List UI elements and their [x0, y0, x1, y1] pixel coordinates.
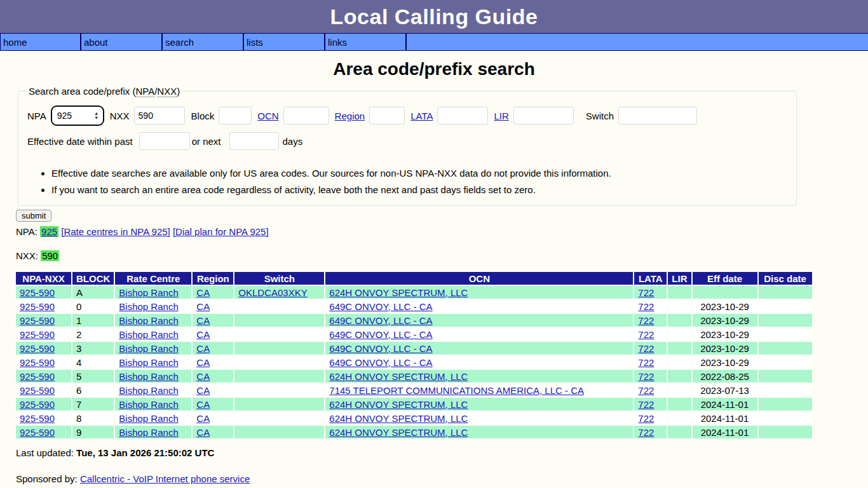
ocn-link[interactable]: 624H ONVOY SPECTRUM, LLC — [329, 399, 468, 410]
stepper-down-icon[interactable]: ▼ — [94, 116, 99, 120]
region-link[interactable]: CA — [196, 343, 210, 354]
npa-nxx-link[interactable]: 925-590 — [20, 329, 55, 340]
lata-link[interactable]: 722 — [638, 371, 654, 382]
npa-code-link[interactable]: 925 — [40, 226, 58, 237]
region-link[interactable]: CA — [196, 287, 210, 298]
lata-link[interactable]: 722 — [638, 399, 654, 410]
lata-link[interactable]: 722 — [638, 287, 654, 298]
cell-ocn: 649C ONVOY, LLC - CA — [325, 314, 633, 327]
nav-item-search[interactable]: search — [163, 34, 244, 50]
results-table-body: 925-590ABishop RanchCAOKLDCA03XKY624H ON… — [16, 286, 812, 438]
block-label: Block — [191, 111, 215, 121]
npa-nxx-link[interactable]: 925-590 — [20, 413, 55, 424]
ocn-link[interactable]: 649C ONVOY, LLC - CA — [329, 315, 432, 326]
rate-centres-link[interactable]: [Rate centres in NPA 925] — [61, 226, 170, 237]
npa-label: NPA — [27, 111, 46, 121]
lata-link[interactable]: 722 — [638, 301, 654, 312]
npa-nxx-link[interactable]: 925-590 — [20, 371, 55, 382]
npa-nxx-link[interactable]: 925-590 — [20, 357, 55, 368]
npa-stepper[interactable]: ▲▼ — [94, 111, 99, 120]
ocn-link[interactable]: 624H ONVOY SPECTRUM, LLC — [329, 287, 468, 298]
npa-nxx-link[interactable]: 925-590 — [20, 399, 55, 410]
cell-disc-date — [759, 300, 812, 313]
lata-link[interactable]: LATA — [410, 111, 433, 121]
ocn-link[interactable]: 624H ONVOY SPECTRUM, LLC — [329, 413, 468, 424]
cell-rate-centre: Bishop Ranch — [115, 370, 191, 383]
lata-link[interactable]: 722 — [638, 413, 654, 424]
nxx-input[interactable] — [134, 107, 185, 125]
submit-button[interactable]: submit — [16, 210, 51, 222]
table-row: 925-5901Bishop RanchCA649C ONVOY, LLC - … — [16, 314, 812, 327]
ocn-link[interactable]: 624H ONVOY SPECTRUM, LLC — [329, 427, 468, 438]
region-link[interactable]: CA — [196, 315, 210, 326]
region-input[interactable] — [369, 107, 405, 125]
region-link[interactable]: Region — [335, 111, 365, 121]
lata-input[interactable] — [437, 107, 488, 125]
region-link[interactable]: CA — [196, 357, 210, 368]
region-link[interactable]: CA — [196, 371, 210, 382]
nav-item-about[interactable]: about — [81, 34, 163, 50]
cell-lir — [668, 328, 691, 341]
nav-item-links[interactable]: links — [325, 34, 407, 50]
sponsor-link[interactable]: Callcentric - VoIP Internet phone servic… — [80, 473, 250, 484]
rate-centre-link[interactable]: Bishop Ranch — [119, 329, 178, 340]
ocn-link[interactable]: 649C ONVOY, LLC - CA — [329, 343, 432, 354]
region-link[interactable]: CA — [196, 301, 210, 312]
ocn-link[interactable]: 649C ONVOY, LLC - CA — [329, 329, 432, 340]
rate-centre-link[interactable]: Bishop Ranch — [119, 371, 178, 382]
rate-centre-link[interactable]: Bishop Ranch — [119, 315, 178, 326]
cell-eff-date: 2023-10-29 — [693, 314, 757, 327]
rate-centre-link[interactable]: Bishop Ranch — [119, 413, 178, 424]
ocn-link[interactable]: 624H ONVOY SPECTRUM, LLC — [329, 371, 468, 382]
region-link[interactable]: CA — [196, 413, 210, 424]
rate-centre-link[interactable]: Bishop Ranch — [119, 343, 178, 354]
npa-nxx-link[interactable]: 925-590 — [20, 385, 55, 396]
table-row: 925-5903Bishop RanchCA649C ONVOY, LLC - … — [16, 342, 812, 355]
rate-centre-link[interactable]: Bishop Ranch — [119, 399, 178, 410]
dial-plan-link[interactable]: [Dial plan for NPA 925] — [173, 226, 269, 237]
region-link[interactable]: CA — [196, 427, 210, 438]
rate-centre-link[interactable]: Bishop Ranch — [119, 287, 178, 298]
npa-nxx-link[interactable]: 925-590 — [20, 315, 55, 326]
results-table: NPA-NXX BLOCK Rate Centre Region Switch … — [15, 271, 813, 440]
npa-nxx-link[interactable]: 925-590 — [20, 427, 55, 438]
lata-link[interactable]: 722 — [638, 329, 654, 340]
lata-link[interactable]: 722 — [638, 385, 654, 396]
rate-centre-link[interactable]: Bishop Ranch — [119, 357, 178, 368]
cell-npa-nxx: 925-590 — [16, 300, 71, 313]
cell-lata: 722 — [634, 356, 667, 369]
lata-link[interactable]: 722 — [638, 427, 654, 438]
lata-link[interactable]: 722 — [638, 343, 654, 354]
next-days-input[interactable] — [229, 132, 279, 150]
rate-centre-link[interactable]: Bishop Ranch — [119, 385, 178, 396]
ocn-input[interactable] — [283, 107, 329, 125]
switch-input[interactable] — [618, 107, 697, 125]
ocn-link[interactable]: 649C ONVOY, LLC - CA — [329, 301, 432, 312]
lata-link[interactable]: 722 — [638, 315, 654, 326]
cell-eff-date: 2023-10-29 — [693, 328, 757, 341]
nav-item-home[interactable]: home — [0, 34, 81, 50]
lata-link[interactable]: 722 — [638, 357, 654, 368]
rate-centre-link[interactable]: Bishop Ranch — [119, 301, 178, 312]
cell-rate-centre: Bishop Ranch — [115, 342, 191, 355]
nav-item-lists[interactable]: lists — [244, 34, 325, 50]
npa-nxx-link[interactable]: 925-590 — [20, 343, 55, 354]
block-input[interactable] — [219, 107, 252, 125]
cell-lata: 722 — [634, 384, 667, 396]
nxx-abbr: NXX — [157, 86, 177, 97]
ocn-link[interactable]: 7145 TELEPORT COMMUNICATIONS AMERICA, LL… — [329, 385, 584, 396]
cell-npa-nxx: 925-590 — [16, 412, 71, 424]
npa-nxx-link[interactable]: 925-590 — [20, 301, 55, 312]
lir-link[interactable]: LIR — [494, 111, 508, 121]
rate-centre-link[interactable]: Bishop Ranch — [119, 427, 178, 438]
region-link[interactable]: CA — [196, 329, 210, 340]
region-link[interactable]: CA — [196, 385, 210, 396]
switch-link[interactable]: OKLDCA03XKY — [238, 287, 307, 298]
lir-input[interactable] — [513, 107, 574, 125]
npa-nxx-link[interactable]: 925-590 — [20, 287, 55, 298]
ocn-link[interactable]: OCN — [257, 111, 278, 121]
ocn-link[interactable]: 649C ONVOY, LLC - CA — [329, 357, 432, 368]
past-days-input[interactable] — [139, 132, 190, 150]
region-link[interactable]: CA — [196, 399, 210, 410]
column-header-lir: LIR — [668, 272, 691, 285]
